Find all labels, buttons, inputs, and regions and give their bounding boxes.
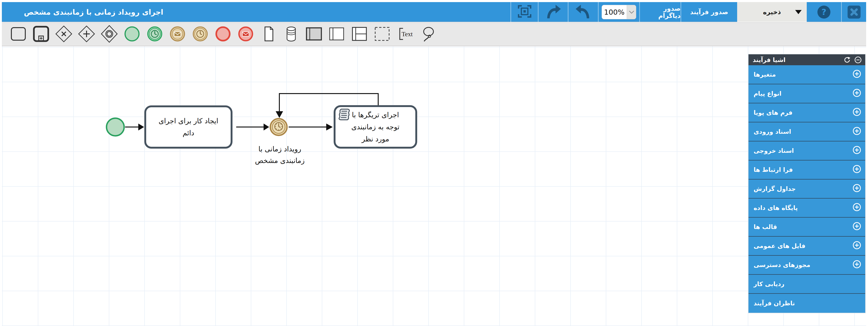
document-tool[interactable]	[259, 25, 278, 43]
add-item-button[interactable]	[852, 107, 862, 118]
end-event-tool[interactable]	[214, 25, 232, 43]
script-icon	[337, 108, 351, 121]
export-diagram-button[interactable]: صدور دیاگرام	[639, 2, 681, 22]
message-end-event-tool[interactable]	[237, 25, 255, 43]
text-annotation-icon: Text	[396, 25, 414, 43]
task-shape-icon	[9, 25, 27, 43]
sidebar-item-label: جداول گزارش	[754, 185, 852, 192]
script-task-node-run-triggers[interactable]: اجرای تریگرها با توجه به زمانبندی مورد ن…	[334, 105, 417, 149]
timer-event-label: رویداد زمانی با زمانبندی مشخص	[247, 143, 313, 167]
group-icon	[373, 25, 391, 43]
start-event-node[interactable]	[106, 118, 125, 137]
message-end-event-icon	[237, 25, 254, 43]
parallel-gateway-icon	[78, 25, 95, 43]
page-title: اجرای رویداد زمانی با زمانبندی مشخص	[24, 2, 163, 22]
sidebar-item[interactable]: متغیرها	[748, 65, 865, 84]
sidebar-item-label: فرم های پویا	[754, 109, 852, 116]
add-item-button[interactable]	[852, 183, 862, 194]
inclusive-gateway-tool[interactable]	[100, 25, 118, 43]
sidebar-item-label: مجوزهای دسترسی	[754, 262, 852, 268]
sidebar-item[interactable]: مجوزهای دسترسی	[748, 256, 865, 275]
undo-button[interactable]	[568, 2, 598, 22]
lane-tool[interactable]	[328, 25, 346, 43]
association-balloon-tool[interactable]	[418, 25, 437, 43]
sidebar-item[interactable]: انواع پیام	[748, 84, 865, 103]
exclusive-gateway-tool[interactable]	[55, 25, 73, 43]
plus-circle-icon	[852, 69, 862, 80]
sidebar-item-label: فایل های عمومی	[754, 242, 852, 249]
panel-header: اشیا فرآیند	[748, 54, 865, 65]
save-button-label: ذخیره	[763, 8, 781, 16]
end-event-icon	[214, 25, 232, 43]
add-item-button[interactable]	[852, 203, 862, 213]
plus-circle-icon	[852, 145, 862, 156]
inclusive-gateway-icon	[100, 25, 118, 43]
add-item-button[interactable]	[852, 260, 862, 270]
timer-intermediate-event-icon	[191, 25, 209, 43]
timer-start-event-icon	[146, 25, 163, 43]
sidebar-item[interactable]: ناظران فرآیند	[748, 294, 865, 313]
sidebar-item-label: اسناد ورودی	[754, 128, 852, 135]
task-shape-tool[interactable]	[9, 25, 27, 43]
shape-toolbar: Text	[2, 22, 866, 46]
subprocess-shape-tool[interactable]	[32, 25, 50, 43]
add-item-button[interactable]	[852, 221, 862, 232]
save-button[interactable]: ذخیره	[737, 2, 807, 22]
task-node-create-work[interactable]: ایجاد کار برای اجرای دائم	[144, 106, 232, 149]
sidebar-item[interactable]: قالب ها	[748, 217, 865, 237]
add-item-button[interactable]	[852, 88, 862, 99]
sidebar-item[interactable]: اسناد ورودی	[748, 122, 865, 141]
export-process-button[interactable]: صدور فرآیند	[681, 2, 737, 22]
message-intermediate-event-tool[interactable]	[168, 25, 187, 43]
svg-text:Text: Text	[402, 31, 413, 38]
start-event-tool[interactable]	[123, 25, 141, 43]
group-tool[interactable]	[373, 25, 391, 43]
add-item-button[interactable]	[852, 126, 862, 137]
document-icon	[260, 25, 277, 43]
clock-icon	[273, 121, 284, 133]
add-item-button[interactable]	[852, 165, 862, 175]
panel-item-list: متغیرها انواع پیام فرم های پویا اسناد ور…	[748, 65, 865, 313]
pool-tool[interactable]	[305, 25, 323, 43]
sidebar-item[interactable]: فرم های پویا	[748, 103, 865, 122]
zoom-chevron-icon[interactable]	[627, 5, 636, 19]
plus-circle-icon	[852, 260, 862, 270]
sidebar-item[interactable]: فرا ارتباط ها	[748, 160, 865, 179]
fit-screen-button[interactable]	[510, 2, 538, 22]
diagram-canvas[interactable]: ایجاد کار برای اجرای دائم رویداد زمانی ب…	[2, 46, 866, 326]
help-button[interactable]: ?	[807, 2, 841, 22]
database-tool[interactable]	[282, 25, 300, 43]
sidebar-item-label: انواع پیام	[754, 90, 852, 97]
sidebar-item[interactable]: جداول گزارش	[748, 179, 865, 199]
parallel-gateway-tool[interactable]	[78, 25, 96, 43]
text-annotation-tool[interactable]: Text	[396, 25, 414, 43]
sidebar-item[interactable]: پایگاه های داده	[748, 199, 865, 217]
database-icon	[282, 25, 300, 43]
sidebar-item-label: ناظران فرآیند	[754, 300, 862, 307]
sidebar-item[interactable]: ردیابی کار	[748, 275, 865, 294]
zoom-select[interactable]: 100%	[602, 5, 636, 19]
timer-intermediate-event-tool[interactable]	[191, 25, 209, 43]
add-item-button[interactable]	[852, 69, 862, 80]
timer-event-node[interactable]	[270, 118, 288, 136]
close-button[interactable]	[841, 2, 866, 22]
sidebar-item-label: قالب ها	[754, 224, 852, 230]
timer-start-event-tool[interactable]	[146, 25, 164, 43]
title-bar: اجرای رویداد زمانی با زمانبندی مشخص	[2, 2, 866, 22]
lanes-tool[interactable]	[350, 25, 368, 43]
plus-circle-icon	[852, 203, 862, 213]
redo-button[interactable]	[538, 2, 568, 22]
sidebar-item-label: ردیابی کار	[754, 280, 862, 288]
header-actions: 100% صدور دیاگرام صدور فرآیند ذخیره ?	[510, 2, 866, 22]
lane-icon	[328, 25, 345, 43]
add-item-button[interactable]	[852, 145, 862, 156]
sidebar-item[interactable]: فایل های عمومی	[748, 237, 865, 256]
collapse-icon[interactable]	[854, 56, 862, 64]
subprocess-shape-icon	[32, 25, 50, 43]
add-item-button[interactable]	[852, 241, 862, 251]
save-caret-icon[interactable]	[795, 10, 802, 14]
refresh-icon[interactable]	[844, 56, 851, 63]
redo-icon	[545, 4, 561, 21]
sidebar-item[interactable]: اسناد خروجی	[748, 141, 865, 160]
plus-circle-icon	[852, 183, 862, 194]
